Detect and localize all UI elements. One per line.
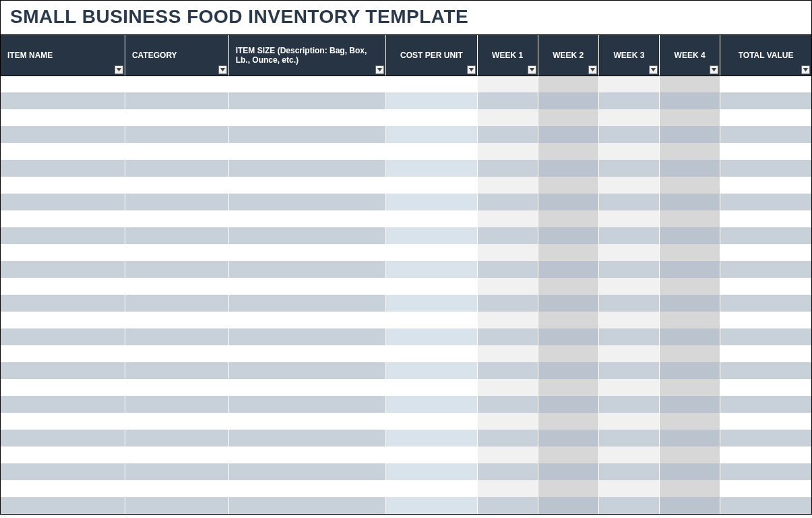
cell-total-value[interactable] (720, 261, 811, 278)
cell-cost-per-unit[interactable] (386, 278, 477, 295)
cell-item-size[interactable] (228, 379, 386, 396)
cell-week3[interactable] (598, 345, 659, 362)
cell-week3[interactable] (598, 362, 659, 379)
cell-week3[interactable] (598, 160, 659, 177)
col-header-cost-per-unit[interactable]: COST PER UNIT (386, 35, 477, 76)
cell-item-size[interactable] (228, 143, 386, 160)
cell-week4[interactable] (660, 227, 720, 244)
cell-category[interactable] (125, 379, 228, 396)
filter-dropdown-icon[interactable] (710, 65, 718, 74)
cell-category[interactable] (125, 278, 228, 295)
cell-cost-per-unit[interactable] (386, 109, 477, 126)
cell-item-size[interactable] (228, 463, 386, 480)
cell-item-size[interactable] (228, 328, 386, 345)
cell-item-name[interactable] (1, 109, 125, 126)
cell-week4[interactable] (660, 244, 720, 261)
cell-week3[interactable] (598, 379, 659, 396)
cell-item-name[interactable] (1, 447, 125, 463)
cell-week2[interactable] (538, 413, 598, 430)
cell-week2[interactable] (538, 396, 598, 413)
cell-week1[interactable] (477, 177, 538, 194)
cell-cost-per-unit[interactable] (386, 210, 477, 227)
cell-week1[interactable] (477, 227, 538, 244)
cell-total-value[interactable] (720, 160, 811, 177)
cell-category[interactable] (125, 160, 228, 177)
col-header-category[interactable]: CATEGORY (125, 35, 228, 76)
col-header-item-size[interactable]: ITEM SIZE (Description: Bag, Box, Lb., O… (228, 35, 386, 76)
cell-cost-per-unit[interactable] (386, 430, 477, 447)
cell-item-size[interactable] (228, 480, 386, 497)
cell-category[interactable] (125, 109, 228, 126)
cell-cost-per-unit[interactable] (386, 463, 477, 480)
cell-cost-per-unit[interactable] (386, 396, 477, 413)
cell-category[interactable] (125, 396, 228, 413)
cell-total-value[interactable] (720, 430, 811, 447)
cell-week3[interactable] (598, 126, 659, 143)
cell-week1[interactable] (477, 76, 538, 92)
cell-week2[interactable] (538, 143, 598, 160)
cell-total-value[interactable] (720, 480, 811, 497)
cell-total-value[interactable] (720, 295, 811, 312)
cell-total-value[interactable] (720, 463, 811, 480)
cell-week3[interactable] (598, 143, 659, 160)
cell-item-size[interactable] (228, 210, 386, 227)
cell-week4[interactable] (660, 463, 720, 480)
cell-total-value[interactable] (720, 194, 811, 210)
cell-item-size[interactable] (228, 312, 386, 328)
cell-week4[interactable] (660, 497, 720, 514)
cell-cost-per-unit[interactable] (386, 295, 477, 312)
cell-item-name[interactable] (1, 210, 125, 227)
cell-item-size[interactable] (228, 261, 386, 278)
cell-total-value[interactable] (720, 92, 811, 109)
col-header-week1[interactable]: WEEK 1 (477, 35, 538, 76)
cell-week4[interactable] (660, 109, 720, 126)
cell-category[interactable] (125, 126, 228, 143)
cell-week2[interactable] (538, 194, 598, 210)
cell-total-value[interactable] (720, 76, 811, 92)
cell-week2[interactable] (538, 244, 598, 261)
cell-week4[interactable] (660, 160, 720, 177)
cell-week3[interactable] (598, 312, 659, 328)
cell-total-value[interactable] (720, 413, 811, 430)
cell-cost-per-unit[interactable] (386, 447, 477, 463)
cell-cost-per-unit[interactable] (386, 160, 477, 177)
cell-week2[interactable] (538, 463, 598, 480)
cell-total-value[interactable] (720, 278, 811, 295)
cell-week1[interactable] (477, 345, 538, 362)
cell-item-size[interactable] (228, 362, 386, 379)
cell-week2[interactable] (538, 430, 598, 447)
cell-total-value[interactable] (720, 177, 811, 194)
cell-item-size[interactable] (228, 109, 386, 126)
cell-week4[interactable] (660, 379, 720, 396)
cell-week2[interactable] (538, 160, 598, 177)
cell-cost-per-unit[interactable] (386, 177, 477, 194)
cell-category[interactable] (125, 295, 228, 312)
cell-week2[interactable] (538, 177, 598, 194)
cell-item-name[interactable] (1, 143, 125, 160)
cell-total-value[interactable] (720, 227, 811, 244)
cell-item-size[interactable] (228, 278, 386, 295)
cell-week4[interactable] (660, 261, 720, 278)
cell-week2[interactable] (538, 295, 598, 312)
cell-week2[interactable] (538, 379, 598, 396)
cell-item-name[interactable] (1, 92, 125, 109)
cell-week1[interactable] (477, 126, 538, 143)
cell-total-value[interactable] (720, 328, 811, 345)
cell-week2[interactable] (538, 278, 598, 295)
cell-week1[interactable] (477, 244, 538, 261)
cell-week1[interactable] (477, 295, 538, 312)
filter-dropdown-icon[interactable] (375, 65, 384, 74)
cell-item-name[interactable] (1, 413, 125, 430)
cell-category[interactable] (125, 497, 228, 514)
cell-item-name[interactable] (1, 160, 125, 177)
cell-week4[interactable] (660, 362, 720, 379)
cell-week1[interactable] (477, 278, 538, 295)
cell-week4[interactable] (660, 480, 720, 497)
cell-week3[interactable] (598, 480, 659, 497)
cell-week4[interactable] (660, 396, 720, 413)
cell-item-name[interactable] (1, 76, 125, 92)
cell-week1[interactable] (477, 413, 538, 430)
cell-category[interactable] (125, 430, 228, 447)
cell-total-value[interactable] (720, 312, 811, 328)
cell-week2[interactable] (538, 210, 598, 227)
